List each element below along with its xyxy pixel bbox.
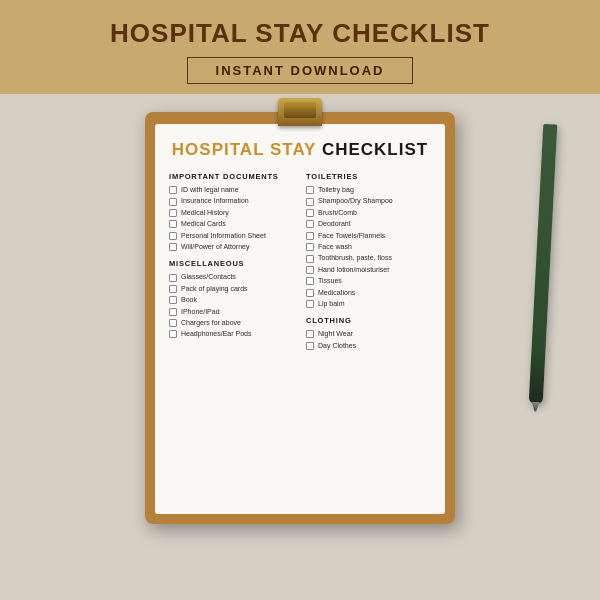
checkbox[interactable] <box>306 289 314 297</box>
checkbox[interactable] <box>306 330 314 338</box>
checklist-columns: IMPORTANT DOCUMENTS ID with legal name I… <box>169 172 431 353</box>
list-item: Face wash <box>306 243 431 251</box>
check-label: Chargers for above <box>181 319 241 327</box>
check-label: Book <box>181 296 197 304</box>
list-item: Medical Cards <box>169 220 294 228</box>
list-item: Book <box>169 296 294 304</box>
checkbox[interactable] <box>169 243 177 251</box>
section-title-misc: MISCELLANEOUS <box>169 259 294 268</box>
check-label: Will/Power of Attorney <box>181 243 249 251</box>
checkbox[interactable] <box>306 342 314 350</box>
list-item: Shampoo/Dry Shampoo <box>306 197 431 205</box>
list-item: Night Wear <box>306 330 431 338</box>
checkbox[interactable] <box>306 277 314 285</box>
list-item: Headphones/Ear Pods <box>169 330 294 338</box>
checkbox[interactable] <box>306 220 314 228</box>
checkbox[interactable] <box>169 308 177 316</box>
checkbox[interactable] <box>169 209 177 217</box>
list-item: Day Clothes <box>306 342 431 350</box>
list-item: Personal Information Sheet <box>169 232 294 240</box>
check-label: ID with legal name <box>181 186 239 194</box>
clipboard-clip <box>278 98 322 126</box>
section-title-clothing: CLOTHING <box>306 316 431 325</box>
list-item: Medications <box>306 289 431 297</box>
instant-download-text: INSTANT DOWNLOAD <box>216 63 385 78</box>
checkbox[interactable] <box>169 274 177 282</box>
check-label: Insurance Information <box>181 197 249 205</box>
list-item: Medical History <box>169 209 294 217</box>
check-label: Night Wear <box>318 330 353 338</box>
paper-title-rest: CHECKLIST <box>322 140 428 159</box>
paper-title-highlight: HOSPITAL STAY <box>172 140 322 159</box>
pen <box>529 124 558 404</box>
list-item: Face Towels/Flannels <box>306 232 431 240</box>
top-banner: HOSPITAL STAY CHECKLIST INSTANT DOWNLOAD <box>0 0 600 94</box>
section-title-toiletries: TOILETRIES <box>306 172 431 181</box>
banner-title: HOSPITAL STAY CHECKLIST <box>20 18 580 49</box>
clipboard: HOSPITAL STAY CHECKLIST IMPORTANT DOCUME… <box>145 112 455 524</box>
checkbox[interactable] <box>306 209 314 217</box>
checkbox[interactable] <box>306 255 314 263</box>
check-label: Pack of playing cards <box>181 285 248 293</box>
check-label: Lip balm <box>318 300 344 308</box>
list-item: Brush/Comb <box>306 209 431 217</box>
checkbox[interactable] <box>306 300 314 308</box>
check-label: Tissues <box>318 277 342 285</box>
list-item: Tissues <box>306 277 431 285</box>
check-label: Deodorant <box>318 220 351 228</box>
checklist-paper: HOSPITAL STAY CHECKLIST IMPORTANT DOCUME… <box>155 124 445 514</box>
check-label: Shampoo/Dry Shampoo <box>318 197 393 205</box>
list-item: Toothbrush, paste, floss <box>306 254 431 262</box>
checkbox[interactable] <box>306 232 314 240</box>
list-item: Hand lotion/moisturiser <box>306 266 431 274</box>
list-item: Will/Power of Attorney <box>169 243 294 251</box>
check-label: Toothbrush, paste, floss <box>318 254 392 262</box>
check-label: Toiletry bag <box>318 186 354 194</box>
check-label: Hand lotion/moisturiser <box>318 266 390 274</box>
list-item: Insurance Information <box>169 197 294 205</box>
instant-download-box: INSTANT DOWNLOAD <box>187 57 414 84</box>
checkbox[interactable] <box>169 296 177 304</box>
list-item: Pack of playing cards <box>169 285 294 293</box>
check-label: Face Towels/Flannels <box>318 232 385 240</box>
check-label: Personal Information Sheet <box>181 232 266 240</box>
checkbox[interactable] <box>306 266 314 274</box>
list-item: Lip balm <box>306 300 431 308</box>
check-label: IPhone/IPad <box>181 308 220 316</box>
list-item: Toiletry bag <box>306 186 431 194</box>
checkbox[interactable] <box>306 243 314 251</box>
check-label: Day Clothes <box>318 342 356 350</box>
paper-title: HOSPITAL STAY CHECKLIST <box>169 140 431 160</box>
list-item: Glasses/Contacts <box>169 273 294 281</box>
checkbox[interactable] <box>169 319 177 327</box>
checkbox[interactable] <box>169 285 177 293</box>
check-label: Medications <box>318 289 355 297</box>
checkbox[interactable] <box>306 186 314 194</box>
section-title-docs: IMPORTANT DOCUMENTS <box>169 172 294 181</box>
list-item: ID with legal name <box>169 186 294 194</box>
checkbox[interactable] <box>306 198 314 206</box>
left-column: IMPORTANT DOCUMENTS ID with legal name I… <box>169 172 294 353</box>
clipboard-area: HOSPITAL STAY CHECKLIST IMPORTANT DOCUME… <box>0 94 600 600</box>
right-column: TOILETRIES Toiletry bag Shampoo/Dry Sham… <box>306 172 431 353</box>
checkbox[interactable] <box>169 220 177 228</box>
list-item: Deodorant <box>306 220 431 228</box>
checkbox[interactable] <box>169 186 177 194</box>
check-label: Glasses/Contacts <box>181 273 236 281</box>
list-item: Chargers for above <box>169 319 294 327</box>
check-label: Headphones/Ear Pods <box>181 330 251 338</box>
checkbox[interactable] <box>169 232 177 240</box>
check-label: Medical History <box>181 209 229 217</box>
check-label: Medical Cards <box>181 220 226 228</box>
check-label: Face wash <box>318 243 352 251</box>
checkbox[interactable] <box>169 330 177 338</box>
checkbox[interactable] <box>169 198 177 206</box>
check-label: Brush/Comb <box>318 209 357 217</box>
list-item: IPhone/IPad <box>169 308 294 316</box>
